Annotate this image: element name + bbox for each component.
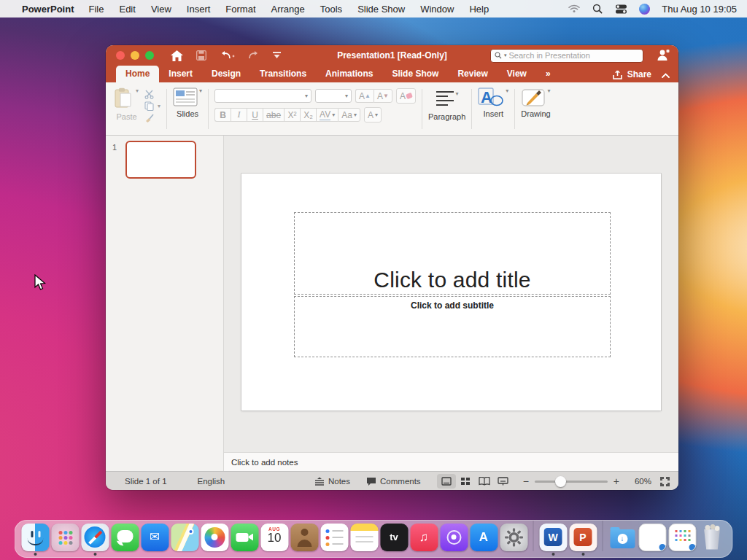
slides-button[interactable]: ▾ Slides <box>173 86 202 133</box>
notes-pane[interactable]: Click to add notes <box>224 452 678 471</box>
minimize-button[interactable] <box>131 51 139 60</box>
shrink-font-button[interactable]: A▼ <box>374 89 392 103</box>
menu-item-window[interactable]: Window <box>420 4 454 15</box>
zoom-in-button[interactable]: + <box>614 475 619 487</box>
zoom-level[interactable]: 60% <box>627 477 651 486</box>
dock-podcasts-icon[interactable] <box>440 524 468 551</box>
menu-item-file[interactable]: File <box>89 4 104 15</box>
subscript-button[interactable]: X₂ <box>300 108 316 122</box>
menu-item-arrange[interactable]: Arrange <box>271 4 305 15</box>
save-icon[interactable] <box>196 50 206 61</box>
home-icon[interactable] <box>171 50 183 61</box>
menu-item-view[interactable]: View <box>151 4 171 15</box>
cut-button[interactable]: ▾ <box>144 88 160 100</box>
dock-notes-icon[interactable] <box>350 524 378 551</box>
italic-button[interactable]: I <box>231 108 247 122</box>
dock-document-grid-icon[interactable] <box>668 524 696 551</box>
menu-item-tools[interactable]: Tools <box>320 4 342 15</box>
menu-item-format[interactable]: Format <box>225 4 255 15</box>
slide-thumbnail[interactable] <box>125 141 196 179</box>
zoom-button[interactable] <box>145 51 154 60</box>
account-icon[interactable] <box>657 49 670 61</box>
dock-word-icon[interactable]: W <box>539 524 567 551</box>
drawing-button[interactable]: ▾ Drawing <box>521 86 550 133</box>
dock-tv-icon[interactable]: tv <box>380 524 408 551</box>
drawing-dropdown-icon[interactable]: ▾ <box>548 88 551 94</box>
zoom-slider-thumb[interactable] <box>555 476 566 487</box>
paragraph-dropdown-icon[interactable]: ▾ <box>456 90 459 97</box>
dock-music-icon[interactable]: ♫ <box>410 524 438 551</box>
bold-button[interactable]: B <box>214 108 231 122</box>
tab-animations[interactable]: Animations <box>316 66 382 82</box>
dock-powerpoint-icon[interactable]: P <box>569 524 597 551</box>
undo-icon[interactable] <box>220 50 236 61</box>
clear-formatting-button[interactable]: A <box>396 88 416 104</box>
menu-item-edit[interactable]: Edit <box>119 4 135 15</box>
spotlight-search-icon[interactable] <box>592 3 603 15</box>
strikethrough-button[interactable]: abe <box>263 108 284 122</box>
copy-dropdown-icon[interactable]: ▾ <box>158 103 160 109</box>
language-indicator[interactable]: English <box>198 477 225 486</box>
menu-app-name[interactable]: PowerPoint <box>22 4 74 15</box>
menu-item-insert[interactable]: Insert <box>187 4 211 15</box>
tab-home[interactable]: Home <box>116 66 159 82</box>
dock-contacts-icon[interactable] <box>290 524 318 551</box>
dock-trash-icon[interactable] <box>698 524 726 551</box>
reading-view-button[interactable] <box>475 474 494 489</box>
tab-review[interactable]: Review <box>448 66 497 82</box>
search-box[interactable]: ▾ <box>490 49 643 63</box>
fit-slide-button[interactable] <box>660 477 670 486</box>
insert-button[interactable]: A ▾ Insert <box>478 86 508 133</box>
dock-mail-icon[interactable]: ✉ <box>141 524 169 551</box>
menu-item-help[interactable]: Help <box>469 4 489 15</box>
dock-document-icon[interactable] <box>638 524 666 551</box>
tab-view[interactable]: View <box>498 66 536 82</box>
dock-launchpad-icon[interactable] <box>51 524 79 551</box>
insert-dropdown-icon[interactable]: ▾ <box>506 88 508 94</box>
character-spacing-button[interactable]: AV▾ <box>316 108 338 122</box>
dock-facetime-icon[interactable] <box>231 524 258 551</box>
dock-calendar-icon[interactable]: AUG10 <box>260 524 288 551</box>
zoom-slider[interactable] <box>535 481 608 483</box>
dock-appstore-icon[interactable]: A <box>470 524 498 551</box>
collapse-ribbon-icon[interactable] <box>659 73 678 82</box>
notes-toggle-button[interactable]: Notes <box>314 477 350 486</box>
wifi-icon[interactable] <box>568 3 580 15</box>
slide[interactable]: Click to add title Click to add subtitle <box>241 174 661 411</box>
customize-quick-access-icon[interactable] <box>273 52 281 59</box>
siri-icon[interactable] <box>638 3 650 15</box>
control-center-icon[interactable] <box>615 3 627 15</box>
dock-photos-icon[interactable] <box>201 524 228 551</box>
paragraph-button[interactable]: ▾ Paragraph <box>428 86 465 133</box>
dock-safari-icon[interactable] <box>81 524 109 551</box>
font-color-button[interactable]: A▾ <box>364 107 382 122</box>
dock-messages-icon[interactable] <box>111 524 139 551</box>
comments-button[interactable]: Comments <box>366 477 421 486</box>
subtitle-placeholder[interactable]: Click to add subtitle <box>294 296 611 357</box>
menu-item-slide-show[interactable]: Slide Show <box>357 4 405 15</box>
close-button[interactable] <box>116 51 125 60</box>
font-name-select[interactable]: ▾ <box>214 89 311 103</box>
tab-slide-show[interactable]: Slide Show <box>382 66 448 82</box>
share-button[interactable]: Share <box>613 69 651 82</box>
tab-design[interactable]: Design <box>202 66 250 82</box>
title-placeholder[interactable]: Click to add title <box>294 212 611 295</box>
paste-button[interactable]: ▾ Paste <box>115 86 139 121</box>
underline-button[interactable]: U <box>247 108 263 122</box>
tab-overflow[interactable]: » <box>536 66 560 82</box>
dock-reminders-icon[interactable] <box>320 524 348 551</box>
change-case-button[interactable]: Aa▾ <box>338 108 360 122</box>
font-size-select[interactable]: ▾ <box>315 89 352 103</box>
dock-system-preferences-icon[interactable] <box>500 524 527 551</box>
search-scope-chevron-icon[interactable]: ▾ <box>504 52 507 58</box>
dock-downloads-icon[interactable]: ↓ <box>608 524 636 551</box>
normal-view-button[interactable] <box>437 474 456 489</box>
tab-transitions[interactable]: Transitions <box>250 66 316 82</box>
grow-font-button[interactable]: A▲ <box>355 89 374 103</box>
dock-finder-icon[interactable] <box>21 524 49 551</box>
dock-maps-icon[interactable] <box>171 524 198 551</box>
superscript-button[interactable]: X² <box>284 108 300 122</box>
search-input[interactable] <box>509 51 639 60</box>
copy-button[interactable]: ▾ <box>144 100 160 112</box>
format-painter-button[interactable]: ▾ <box>144 112 160 123</box>
